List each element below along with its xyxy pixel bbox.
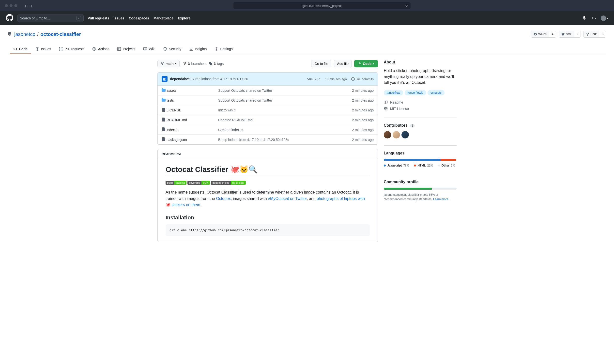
tab-issues[interactable]: Issues — [32, 45, 54, 54]
minimize-window-icon[interactable] — [10, 4, 13, 7]
header-nav: Pull requests Issues Codespaces Marketpl… — [88, 16, 190, 20]
go-to-file-button[interactable]: Go to file — [311, 60, 331, 67]
file-commit-message[interactable]: Init to win it — [218, 108, 352, 112]
directory-row[interactable]: assetsSupport Octocats shared on Twitter… — [158, 85, 378, 95]
tab-settings[interactable]: Settings — [211, 45, 236, 54]
about-description: Hold a sticker, photograph, drawing, or … — [384, 68, 457, 86]
latest-commit[interactable]: ◧ dependabot Bump lodash from 4.17.19 to… — [158, 73, 378, 85]
star-button[interactable]: Star 2 — [559, 31, 581, 38]
contributor-avatar[interactable] — [393, 131, 400, 138]
github-logo-icon[interactable] — [6, 14, 13, 22]
tab-security[interactable]: Security — [160, 45, 185, 54]
file-name[interactable]: index.js — [167, 128, 218, 132]
file-name[interactable]: package.json — [167, 138, 218, 142]
file-row[interactable]: package.jsonBump lodash from 4.17.19 to … — [158, 135, 378, 144]
nav-pull-requests[interactable]: Pull requests — [88, 16, 109, 20]
tab-code[interactable]: Code — [10, 45, 31, 54]
reload-icon[interactable]: ⟳ — [405, 4, 408, 8]
lang-item[interactable]: HTML 21% — [414, 164, 433, 167]
readme-intro: As the name suggests, Octocat Classifier… — [166, 189, 370, 208]
contributor-avatar[interactable] — [401, 131, 409, 138]
file-name[interactable]: README.md — [167, 118, 218, 122]
lang-item[interactable]: Other 1% — [438, 164, 455, 167]
learn-more-link[interactable]: Learn more — [433, 197, 448, 201]
lang-segment — [441, 159, 456, 161]
tab-actions[interactable]: Actions — [89, 45, 113, 54]
readme-badges: buildpassingcoverage90%dependenciesup to… — [166, 181, 370, 185]
nav-codespaces[interactable]: Codespaces — [129, 16, 149, 20]
file-row[interactable]: README.mdUpdated README.md2 minutes ago — [158, 115, 378, 125]
forward-icon[interactable]: › — [31, 3, 32, 8]
commit-message[interactable]: Bump lodash from 4.17.19 to 4.17.20 — [191, 77, 248, 81]
commit-author[interactable]: dependabot — [170, 77, 189, 81]
commits-link[interactable]: 26 commits — [351, 77, 374, 81]
install-command[interactable]: git clone https://github.com/jasonetco/o… — [166, 224, 370, 236]
file-name[interactable]: assets — [167, 89, 218, 92]
nav-marketplace[interactable]: Marketplace — [154, 16, 173, 20]
license-link[interactable]: MIT License — [384, 107, 457, 111]
lang-item[interactable]: Javascript 78% — [384, 164, 409, 167]
tab-projects[interactable]: Projects — [114, 45, 139, 54]
file-name[interactable]: LICENSE — [167, 108, 218, 112]
tab-pull-requests[interactable]: Pull requests — [55, 45, 88, 54]
breadcrumb: jasonetco / octocat-classifier — [14, 31, 81, 37]
gear-icon — [215, 47, 218, 51]
fork-button[interactable]: Fork 0 — [583, 31, 606, 38]
commit-sha[interactable]: 50e728c — [307, 77, 321, 81]
file-commit-message[interactable]: Bump lodash from 4.17.19 to 4.17.20 50e7… — [218, 138, 352, 142]
file-row[interactable]: index.jsCreated index.js2 minutes ago — [158, 125, 378, 135]
file-time: 2 minutes ago — [352, 98, 374, 102]
file-commit-message[interactable]: Support Octocats shared on Twitter — [218, 89, 352, 92]
link-hashtag[interactable]: #MyOctocat on Twitter — [268, 197, 307, 201]
star-count: 2 — [574, 31, 581, 37]
notifications-icon[interactable] — [582, 16, 586, 20]
url-bar[interactable]: github.com/user/my_project ⟳ — [233, 2, 411, 9]
close-window-icon[interactable] — [5, 4, 8, 7]
back-icon[interactable]: ‹ — [25, 3, 26, 8]
user-menu[interactable]: ▾ — [601, 15, 608, 21]
tab-wiki[interactable]: Wiki — [140, 45, 159, 54]
file-row[interactable]: LICENSEInit to win it2 minutes ago — [158, 105, 378, 115]
nav-explore[interactable]: Explore — [178, 16, 190, 20]
file-commit-message[interactable]: Support Octocats shared on Twitter — [218, 98, 352, 102]
lang-segment — [384, 159, 441, 161]
repo-name-link[interactable]: octocat-classifier — [40, 31, 81, 37]
topic-tag[interactable]: tensorflow — [384, 90, 403, 95]
file-name[interactable]: tests — [167, 98, 218, 102]
directory-row[interactable]: testsSupport Octocats shared on Twitter2… — [158, 95, 378, 105]
readme-title: Octocat Classifier 🐙🐱🔍 — [166, 165, 370, 176]
file-commit-message[interactable]: Updated README.md — [218, 118, 352, 122]
fork-count: 0 — [599, 31, 606, 37]
eye-icon — [534, 32, 537, 36]
folder-icon — [162, 88, 167, 93]
zoom-window-icon[interactable] — [14, 4, 17, 7]
branches-link[interactable]: 3 branches — [183, 62, 205, 66]
repo-icon — [8, 32, 12, 37]
search-input[interactable]: Search or jump to... / — [17, 15, 84, 22]
readme-link[interactable]: Readme — [384, 100, 457, 104]
community-bar — [384, 188, 457, 190]
code-download-button[interactable]: Code ▾ — [354, 60, 378, 67]
languages-title: Languages — [384, 151, 457, 155]
lang-dot-icon — [414, 165, 416, 167]
tab-insights[interactable]: Insights — [186, 45, 210, 54]
owner-link[interactable]: jasonetco — [14, 31, 35, 37]
svg-point-1 — [37, 48, 38, 49]
add-file-button[interactable]: Add file — [334, 60, 352, 67]
nav-issues[interactable]: Issues — [114, 16, 124, 20]
contributor-avatar[interactable] — [384, 131, 391, 138]
file-commit-message[interactable]: Created index.js — [218, 128, 352, 132]
history-icon — [351, 77, 355, 81]
branch-select[interactable]: main ▾ — [157, 60, 180, 67]
topic-tag[interactable]: tensorflowjs — [405, 90, 426, 95]
languages-list: Javascript 78%HTML 21%Other 1% — [384, 164, 457, 167]
tags-link[interactable]: 3 tags — [209, 62, 224, 66]
topic-tag[interactable]: octocats — [428, 90, 445, 95]
file-nav: main ▾ 3 branches 3 tags Go to file Add … — [157, 60, 378, 67]
create-new-menu[interactable]: ＋▾ — [591, 15, 596, 21]
link-octodex[interactable]: Octodex — [216, 197, 231, 201]
github-header: Search or jump to... / Pull requests Iss… — [0, 11, 614, 25]
contributors-title[interactable]: Contributors 1 — [384, 123, 457, 128]
play-icon — [92, 47, 96, 51]
watch-button[interactable]: Watch 4 — [531, 31, 556, 38]
